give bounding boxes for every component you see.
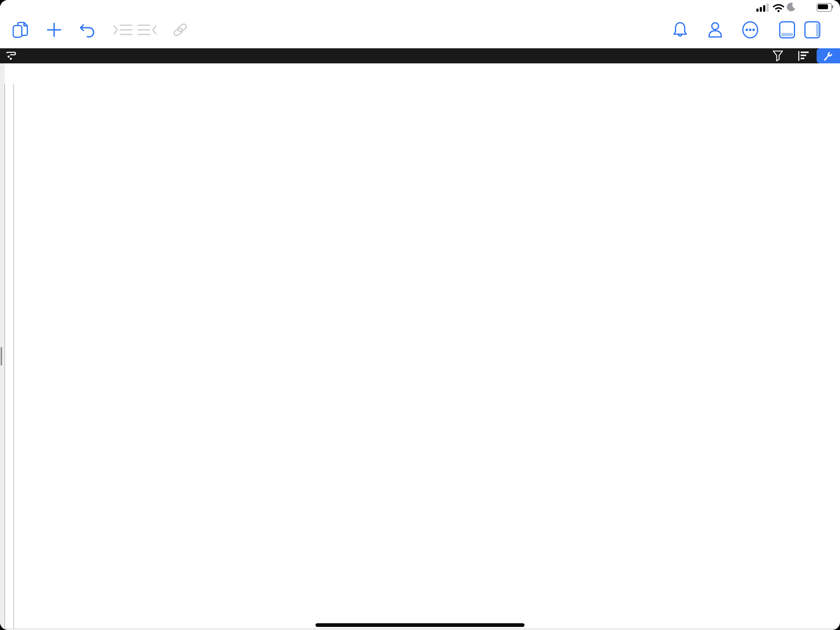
collapse-gutter (5, 84, 14, 629)
chart-bottom-edge (5, 629, 840, 629)
outline-view-icon[interactable] (6, 51, 16, 60)
wrench-icon (823, 51, 834, 62)
filter-funnel-icon[interactable] (772, 50, 783, 62)
home-indicator[interactable] (316, 623, 524, 627)
indent-icon[interactable] (113, 23, 133, 37)
left-margin (0, 63, 5, 630)
top-chrome (0, 0, 840, 48)
more-options-icon[interactable] (742, 21, 759, 38)
outline-levels-icon[interactable] (797, 51, 810, 62)
moon-dnd-icon (786, 2, 796, 12)
notifications-bell-icon[interactable] (673, 22, 687, 38)
documents-icon[interactable] (12, 21, 28, 38)
link-icon[interactable] (172, 21, 189, 38)
undo-icon[interactable] (79, 22, 96, 38)
ipad-screen (0, 0, 840, 630)
vertical-scroll-indicator[interactable] (1, 347, 2, 366)
bottom-panel-toggle-icon[interactable] (778, 21, 796, 39)
battery-nub (832, 5, 833, 8)
battery-icon (816, 3, 832, 12)
user-icon[interactable] (707, 22, 723, 38)
outdent-icon[interactable] (137, 23, 157, 37)
settings-wrench-button[interactable] (816, 48, 840, 63)
view-breadcrumb-bar (0, 48, 840, 63)
add-icon[interactable] (46, 22, 62, 38)
wifi-icon (772, 3, 785, 13)
right-panel-toggle-icon[interactable] (804, 21, 821, 39)
